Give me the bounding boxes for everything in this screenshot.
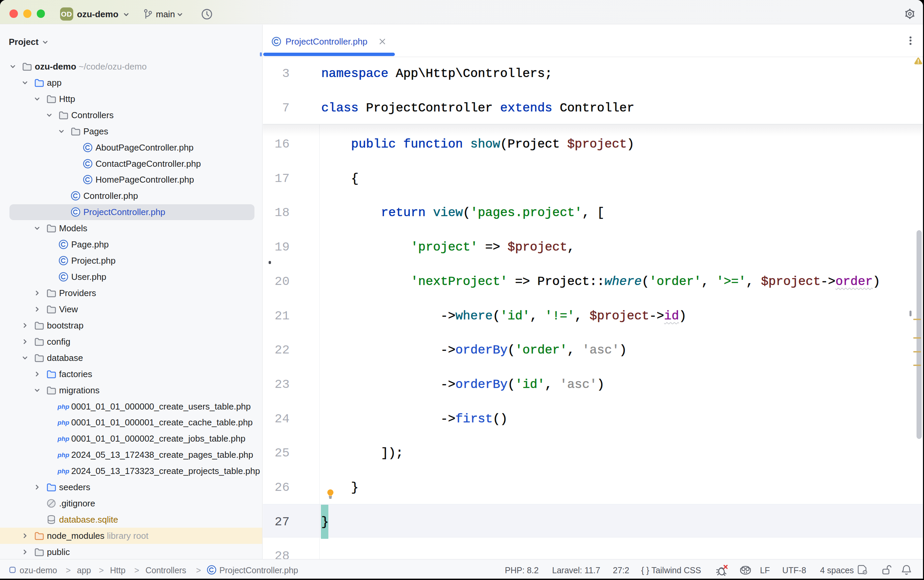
svg-text:php: php (58, 451, 69, 458)
svg-text:php: php (58, 403, 69, 410)
svg-text:php: php (58, 435, 69, 442)
svg-text:php: php (58, 419, 69, 426)
svg-text:php: php (58, 468, 69, 475)
